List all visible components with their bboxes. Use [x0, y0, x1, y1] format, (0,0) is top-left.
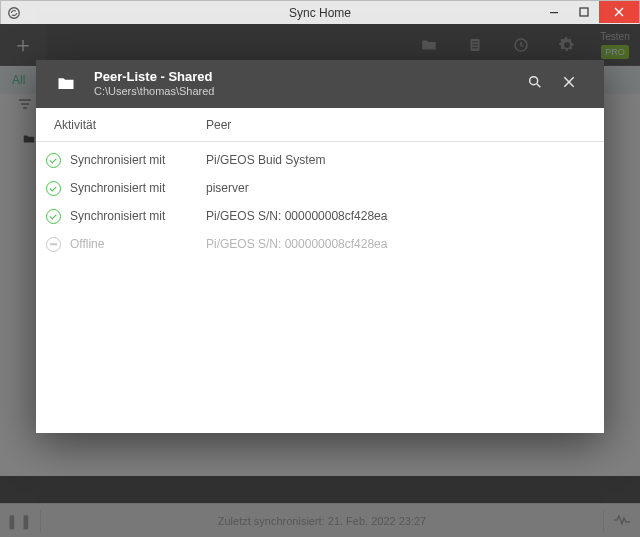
window-controls: [539, 1, 639, 23]
table-header: Aktivität Peer: [36, 108, 604, 142]
svg-point-0: [9, 7, 20, 18]
activity-text: Synchronisiert mit: [70, 181, 206, 195]
peer-text: piserver: [206, 181, 604, 195]
table-row[interactable]: Synchronisiert mitPi/GEOS Buid System: [36, 146, 604, 174]
search-icon[interactable]: [518, 74, 552, 94]
titlebar: Sync Home: [0, 0, 640, 24]
app-icon: [7, 6, 21, 20]
peer-text: Pi/GEOS S/N: 000000008cf428ea: [206, 237, 604, 251]
table-row[interactable]: Synchronisiert mitpiserver: [36, 174, 604, 202]
folder-icon: [54, 74, 78, 94]
activity-text: Offline: [70, 237, 206, 251]
minimize-button[interactable]: [539, 1, 569, 23]
activity-text: Synchronisiert mit: [70, 209, 206, 223]
offline-icon: [36, 237, 70, 252]
column-activity: Aktivität: [36, 118, 206, 132]
modal-header: Peer-Liste - Shared C:\Users\thomas\Shar…: [36, 60, 604, 108]
svg-rect-1: [550, 12, 558, 13]
peer-list-modal: Peer-Liste - Shared C:\Users\thomas\Shar…: [36, 60, 604, 433]
synced-icon: [36, 181, 70, 196]
synced-icon: [36, 153, 70, 168]
svg-point-8: [530, 77, 538, 85]
modal-path: C:\Users\thomas\Shared: [94, 85, 518, 99]
activity-text: Synchronisiert mit: [70, 153, 206, 167]
close-window-button[interactable]: [599, 1, 639, 23]
synced-icon: [36, 209, 70, 224]
modal-title: Peer-Liste - Shared: [94, 69, 518, 85]
svg-rect-2: [580, 8, 588, 16]
table-body: Synchronisiert mitPi/GEOS Buid SystemSyn…: [36, 142, 604, 433]
peer-text: Pi/GEOS Buid System: [206, 153, 604, 167]
maximize-button[interactable]: [569, 1, 599, 23]
close-icon[interactable]: [552, 74, 586, 94]
table-row[interactable]: OfflinePi/GEOS S/N: 000000008cf428ea: [36, 230, 604, 258]
table-row[interactable]: Synchronisiert mitPi/GEOS S/N: 000000008…: [36, 202, 604, 230]
column-peer: Peer: [206, 118, 604, 132]
peer-text: Pi/GEOS S/N: 000000008cf428ea: [206, 209, 604, 223]
